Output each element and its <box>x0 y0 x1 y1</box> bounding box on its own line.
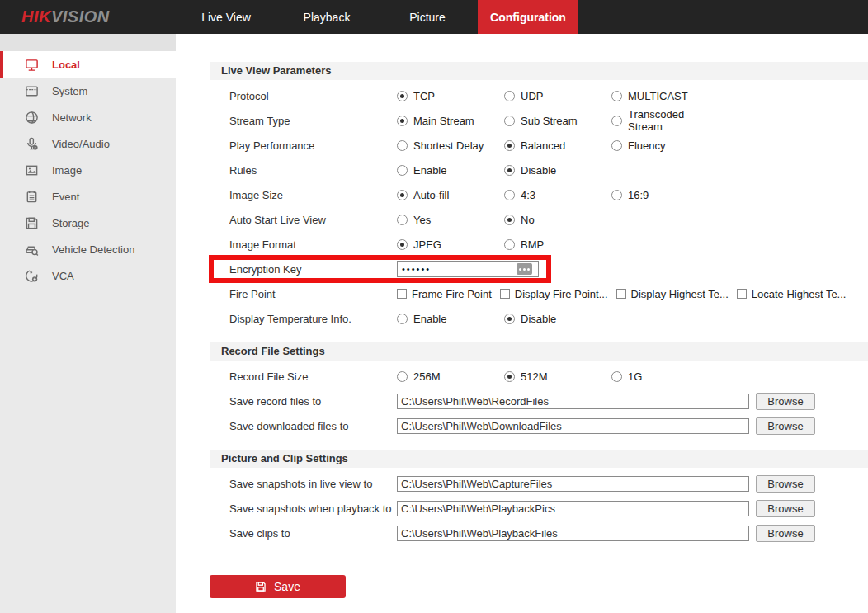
clips-path-input[interactable] <box>397 526 749 541</box>
ellipsis-icon[interactable] <box>517 263 532 275</box>
radio-icon[interactable] <box>397 314 408 324</box>
field-label: Record File Size <box>229 370 397 383</box>
radio-option-yes[interactable]: Yes <box>397 214 504 226</box>
row-fire-point: Fire Point Frame Fire Point Display Fire… <box>210 281 868 306</box>
row-display-temperature-info: Display Temperature Info. Enable Disable <box>210 306 868 331</box>
sidebar-top-strip <box>0 34 176 51</box>
radio-icon[interactable] <box>504 371 515 382</box>
radio-icon[interactable] <box>611 91 622 101</box>
radio-option-balanced[interactable]: Balanced <box>504 139 611 152</box>
radio-option-sub-stream[interactable]: Sub Stream <box>504 115 611 127</box>
radio-icon[interactable] <box>397 140 408 151</box>
browse-button[interactable]: Browse <box>756 393 815 410</box>
snapshot-liveview-path-input[interactable] <box>397 476 749 492</box>
radio-option-1g[interactable]: 1G <box>611 370 719 383</box>
radio-option-rules-disable[interactable]: Disable <box>504 164 611 177</box>
radio-icon[interactable] <box>397 116 408 126</box>
checkbox-frame-fire-point[interactable]: Frame Fire Point <box>397 288 492 300</box>
sidebar-item-label: VCA <box>52 270 74 282</box>
radio-option-no[interactable]: No <box>504 214 611 226</box>
radio-icon[interactable] <box>504 190 515 200</box>
radio-label: Enable <box>413 313 446 325</box>
radio-icon[interactable] <box>397 239 408 250</box>
checkbox-label: Frame Fire Point <box>412 288 492 300</box>
radio-option-tcp[interactable]: TCP <box>397 90 504 102</box>
sidebar-item-event[interactable]: Event <box>0 183 176 210</box>
radio-icon[interactable] <box>611 116 622 126</box>
sidebar-item-system[interactable]: System <box>0 78 176 104</box>
radio-label: Yes <box>413 214 431 226</box>
checkbox-label: Display Highest Te... <box>631 288 729 300</box>
radio-icon[interactable] <box>611 190 622 200</box>
section-title: Record File Settings <box>210 342 868 361</box>
radio-option-512m[interactable]: 512M <box>504 370 611 383</box>
radio-option-main-stream[interactable]: Main Stream <box>397 115 504 127</box>
checkbox-icon[interactable] <box>397 289 407 299</box>
sidebar-item-label: System <box>52 85 87 97</box>
system-window-icon <box>23 83 40 98</box>
radio-option-temp-enable[interactable]: Enable <box>397 313 504 325</box>
radio-icon[interactable] <box>504 239 515 250</box>
checkbox-icon[interactable] <box>737 289 747 299</box>
radio-icon[interactable] <box>611 371 622 382</box>
browse-button[interactable]: Browse <box>756 475 815 493</box>
tab-playback[interactable]: Playback <box>276 0 377 34</box>
main-tabs: Live View Playback Picture Configuration <box>176 0 578 34</box>
radio-option-multicast[interactable]: MULTICAST <box>611 90 719 102</box>
radio-option-temp-disable[interactable]: Disable <box>504 313 611 325</box>
browse-button[interactable]: Browse <box>756 525 815 542</box>
checkbox-display-highest-temp[interactable]: Display Highest Te... <box>616 288 729 300</box>
sidebar-item-vehicle-detection[interactable]: Vehicle Detection <box>0 236 176 262</box>
radio-option-auto-fill[interactable]: Auto-fill <box>397 189 504 201</box>
radio-option-16-9[interactable]: 16:9 <box>611 189 719 201</box>
radio-option-rules-enable[interactable]: Enable <box>397 164 504 177</box>
radio-icon[interactable] <box>504 215 515 225</box>
browse-button[interactable]: Browse <box>756 417 815 435</box>
record-files-path-input[interactable] <box>397 394 749 409</box>
sidebar-item-image[interactable]: Image <box>0 157 176 183</box>
radio-icon[interactable] <box>504 116 515 126</box>
snapshot-playback-path-input[interactable] <box>397 501 749 516</box>
radio-label: BMP <box>521 238 544 251</box>
radio-option-256m[interactable]: 256M <box>397 370 504 383</box>
sidebar-item-local[interactable]: Local <box>0 51 176 78</box>
radio-icon[interactable] <box>504 91 515 101</box>
radio-icon[interactable] <box>397 190 408 200</box>
radio-icon[interactable] <box>397 91 408 101</box>
checkbox-icon[interactable] <box>500 289 510 299</box>
radio-option-4-3[interactable]: 4:3 <box>504 189 611 201</box>
radio-option-fluency[interactable]: Fluency <box>611 139 719 152</box>
text-caret <box>535 262 535 276</box>
tab-live-view[interactable]: Live View <box>176 0 276 34</box>
radio-option-bmp[interactable]: BMP <box>504 238 611 251</box>
radio-icon[interactable] <box>504 165 515 176</box>
downloaded-files-path-input[interactable] <box>397 418 749 434</box>
radio-icon[interactable] <box>504 314 515 324</box>
browse-button[interactable]: Browse <box>756 500 815 517</box>
radio-icon[interactable] <box>397 215 408 225</box>
row-save-downloaded-files: Save downloaded files to Browse <box>210 413 868 438</box>
radio-option-udp[interactable]: UDP <box>504 90 611 102</box>
tab-configuration[interactable]: Configuration <box>478 0 578 34</box>
field-label: Save snapshots in live view to <box>229 478 397 490</box>
radio-option-shortest-delay[interactable]: Shortest Delay <box>397 139 504 152</box>
radio-option-transcoded-stream[interactable]: Transcoded Stream <box>611 108 719 133</box>
section-title: Live View Parameters <box>210 62 868 80</box>
radio-label: 1G <box>628 370 642 383</box>
radio-icon[interactable] <box>397 371 408 382</box>
sidebar-item-vca[interactable]: VCA <box>0 262 176 289</box>
checkbox-display-fire-point[interactable]: Display Fire Point... <box>500 288 608 300</box>
tab-picture[interactable]: Picture <box>377 0 478 34</box>
checkbox-locate-highest-temp[interactable]: Locate Highest Te... <box>737 288 847 300</box>
sidebar-item-network[interactable]: Network <box>0 104 176 130</box>
radio-icon[interactable] <box>504 140 515 151</box>
radio-option-jpeg[interactable]: JPEG <box>397 238 504 251</box>
checkbox-icon[interactable] <box>616 289 626 299</box>
sidebar-item-video-audio[interactable]: Video/Audio <box>0 130 176 157</box>
save-button-label: Save <box>274 580 300 593</box>
radio-label: TCP <box>413 90 435 102</box>
radio-icon[interactable] <box>611 140 622 151</box>
radio-icon[interactable] <box>397 165 408 176</box>
save-button[interactable]: Save <box>210 575 346 598</box>
sidebar-item-storage[interactable]: Storage <box>0 210 176 236</box>
